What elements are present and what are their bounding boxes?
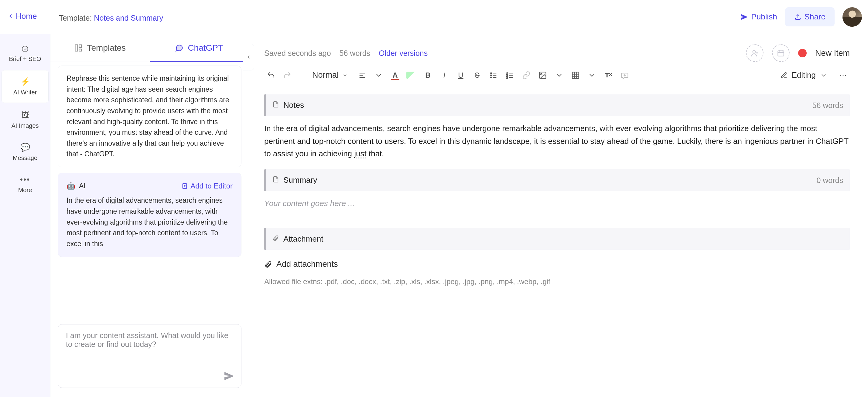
- avatar[interactable]: [842, 7, 862, 27]
- ai-label: AI: [79, 180, 86, 192]
- image-icon: 🖼: [0, 110, 50, 120]
- vertical-nav: ◎ Brief + SEO ⚡ AI Writer 🖼 AI Images 💬 …: [0, 34, 51, 397]
- attachment-title: Attachment: [283, 233, 323, 245]
- vnav-brief-seo[interactable]: ◎ Brief + SEO: [0, 37, 50, 69]
- user-message-text: Rephrase this sentence while maintaining…: [66, 73, 232, 160]
- older-versions-link[interactable]: Older versions: [379, 49, 428, 58]
- share-button[interactable]: Share: [785, 7, 835, 26]
- tab-chatgpt-label: ChatGPT: [188, 43, 223, 53]
- notes-text-just: just: [354, 149, 366, 158]
- redo-button[interactable]: [281, 69, 294, 82]
- chat-panel-tabs: Templates ChatGPT: [51, 34, 249, 62]
- vnav-message-label: Message: [13, 155, 37, 161]
- template-prefix: Template:: [59, 14, 94, 22]
- status-dot-icon: [798, 49, 807, 57]
- save-status: Saved seconds ago: [264, 49, 331, 58]
- status-label[interactable]: New Item: [815, 48, 850, 58]
- notes-text-1: In the era of digital advancements, sear…: [264, 124, 848, 158]
- align-button[interactable]: [355, 69, 369, 82]
- image-dropdown-icon[interactable]: [553, 69, 566, 82]
- svg-point-30: [540, 73, 542, 75]
- kebab-icon: •••: [0, 175, 50, 184]
- vnav-images-label: AI Images: [11, 122, 38, 129]
- notes-text-2: that.: [367, 149, 384, 158]
- add-attachments-button[interactable]: Add attachments: [264, 258, 338, 271]
- chat-panel: Templates ChatGPT Rephrase this sentence…: [51, 34, 249, 397]
- schedule-slot[interactable]: [772, 44, 789, 62]
- add-to-editor-button[interactable]: Add to Editor: [181, 180, 232, 192]
- main: ◎ Brief + SEO ⚡ AI Writer 🖼 AI Images 💬 …: [0, 34, 868, 397]
- ai-card-head: 🤖 AI Add to Editor: [66, 180, 232, 192]
- table-button[interactable]: [569, 69, 582, 82]
- send-button[interactable]: [223, 371, 235, 382]
- tab-templates-label: Templates: [87, 43, 126, 53]
- template-breadcrumb: Template: Notes and Summary: [59, 14, 163, 23]
- vnav-more[interactable]: ••• More: [0, 168, 50, 200]
- home-link-label: Home: [16, 11, 37, 21]
- share-label: Share: [805, 12, 826, 22]
- word-count: 56 words: [340, 49, 370, 58]
- vnav-writer-label: AI Writer: [13, 89, 37, 96]
- chat-input[interactable]: [66, 331, 233, 368]
- template-name-link[interactable]: Notes and Summary: [94, 14, 163, 22]
- svg-rect-1: [75, 45, 78, 51]
- paperclip-icon: [272, 233, 279, 245]
- target-icon: ◎: [0, 44, 50, 53]
- attachment-hint: Allowed file extns: .pdf, .doc, .docx, .…: [264, 276, 850, 288]
- vnav-ai-images[interactable]: 🖼 AI Images: [0, 104, 50, 136]
- bold-button[interactable]: B: [421, 69, 435, 82]
- svg-point-17: [491, 72, 492, 74]
- editing-mode-select[interactable]: Editing: [774, 67, 834, 83]
- editor-body[interactable]: Notes 56 words In the era of digital adv…: [249, 90, 865, 300]
- svg-point-7: [752, 51, 755, 53]
- editor-toolbar: Normal A B I U S 123 T Editing: [249, 62, 865, 90]
- vnav-ai-writer[interactable]: ⚡ AI Writer: [2, 70, 48, 103]
- notes-block-head: Notes 56 words: [264, 94, 850, 116]
- underline-button[interactable]: U: [454, 69, 467, 82]
- publish-label: Publish: [751, 12, 777, 22]
- align-dropdown-icon[interactable]: [372, 69, 385, 82]
- topbar-left: Home Template: Notes and Summary: [7, 11, 163, 23]
- strike-button[interactable]: S: [470, 69, 484, 82]
- document-icon: [272, 99, 279, 112]
- ai-message-text: In the era of digital advancements, sear…: [66, 195, 232, 249]
- document-icon: [272, 174, 279, 187]
- undo-button[interactable]: [264, 69, 278, 82]
- paragraph-format-select[interactable]: Normal: [307, 68, 352, 82]
- more-toolbar-button[interactable]: ⋯: [836, 69, 850, 82]
- tab-chatgpt[interactable]: ChatGPT: [150, 34, 249, 62]
- user-message-card: Rephrase this sentence while maintaining…: [58, 66, 242, 167]
- clear-format-button[interactable]: T: [602, 69, 615, 82]
- add-collaborator-slot[interactable]: [746, 44, 764, 62]
- notes-paragraph[interactable]: In the era of digital advancements, sear…: [264, 122, 850, 160]
- comment-button[interactable]: [618, 69, 631, 82]
- text-color-button[interactable]: A: [389, 69, 402, 82]
- publish-button[interactable]: Publish: [740, 12, 777, 22]
- table-dropdown-icon[interactable]: [585, 69, 599, 82]
- italic-button[interactable]: I: [438, 69, 451, 82]
- editing-mode-label: Editing: [792, 70, 816, 80]
- robot-icon: 🤖: [66, 180, 75, 192]
- svg-text:T: T: [606, 72, 609, 78]
- svg-rect-31: [572, 72, 579, 78]
- collapse-panel-button[interactable]: [243, 44, 254, 70]
- bullet-list-button[interactable]: [487, 69, 500, 82]
- svg-text:3: 3: [506, 76, 508, 79]
- highlight-button[interactable]: [405, 69, 418, 82]
- summary-placeholder[interactable]: Your content goes here ...: [264, 197, 850, 210]
- summary-word-count: 0 words: [816, 174, 843, 186]
- chat-icon: 💬: [0, 143, 50, 152]
- editor-status-bar: Saved seconds ago 56 words Older version…: [249, 34, 865, 62]
- ai-message-card: 🤖 AI Add to Editor In the era of digital…: [58, 173, 242, 257]
- summary-title: Summary: [283, 174, 317, 187]
- image-button[interactable]: [536, 69, 550, 82]
- vnav-message[interactable]: 💬 Message: [0, 136, 50, 168]
- editor-column: Saved seconds ago 56 words Older version…: [249, 34, 868, 397]
- link-button[interactable]: [520, 69, 533, 82]
- attachment-block-head: Attachment: [264, 228, 850, 250]
- numbered-list-button[interactable]: 123: [503, 69, 517, 82]
- lightning-icon: ⚡: [2, 77, 48, 87]
- summary-block-head: Summary 0 words: [264, 169, 850, 191]
- tab-templates[interactable]: Templates: [51, 34, 150, 62]
- topbar: Home Template: Notes and Summary Publish…: [0, 0, 868, 34]
